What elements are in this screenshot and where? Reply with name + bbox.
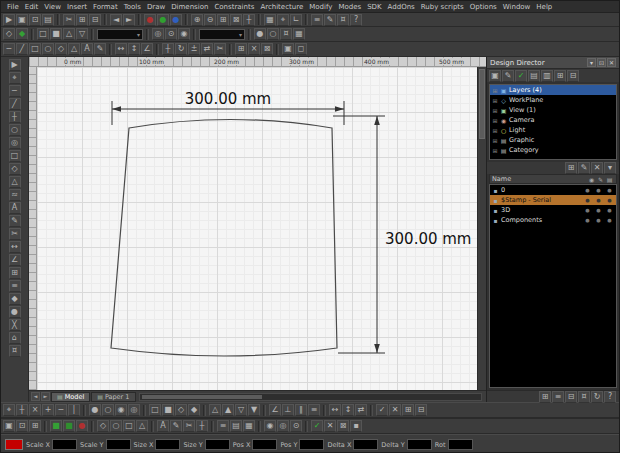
zoom-in-icon[interactable]: ⊕	[191, 14, 203, 26]
mode-cancel-icon[interactable]: ✕	[324, 420, 336, 432]
properties-icon[interactable]: ✎	[324, 14, 336, 26]
array-icon[interactable]: ⊞	[9, 267, 21, 279]
boolean-icon[interactable]: ⊠	[261, 43, 273, 55]
mirror-icon[interactable]: ⇄	[201, 43, 213, 55]
snap-h-icon[interactable]: ─	[55, 404, 67, 416]
menu-view[interactable]: View	[41, 3, 64, 11]
menu-addons[interactable]: AddOns	[385, 3, 418, 11]
mode-ring-icon[interactable]: ◎	[277, 420, 289, 432]
workplane-3pt-icon[interactable]: ◆	[16, 28, 28, 40]
group-icon[interactable]: ▣	[282, 43, 294, 55]
undo-icon[interactable]: ◄	[110, 14, 122, 26]
menu-draw[interactable]: Draw	[144, 3, 168, 11]
dd-refresh-icon[interactable]: ↻	[591, 391, 603, 403]
triangle-icon[interactable]: △	[9, 176, 21, 188]
layer-editable-toggle[interactable]: ●	[594, 197, 603, 203]
tree-item-graphic[interactable]: ⊞▤Graphic	[490, 135, 616, 145]
mode-poly-icon[interactable]: ◇	[97, 420, 109, 432]
tree-item-view-1[interactable]: ⊞▣View (1)	[490, 105, 616, 115]
mode-move-icon[interactable]: ┼	[196, 420, 208, 432]
mode-table-icon[interactable]: ▤	[230, 420, 242, 432]
circle-icon[interactable]: ○	[42, 43, 54, 55]
layer-visible-toggle[interactable]: ●	[583, 187, 592, 193]
paste-icon[interactable]: ⊟	[89, 14, 101, 26]
view-select-dropdown[interactable]: ▾	[97, 29, 143, 40]
field-input-scale-y[interactable]	[106, 439, 131, 450]
tree-item-layers-4[interactable]: ⊞▣Layers (4)	[490, 85, 616, 95]
layer-print-icon[interactable]: ▥	[541, 70, 553, 82]
visible-col-icon[interactable]: ◉	[587, 176, 596, 183]
pen-green-icon[interactable]: ●	[157, 14, 169, 26]
field-input-delta-y[interactable]	[407, 439, 432, 450]
snap-grid-icon[interactable]: ⊞	[402, 404, 414, 416]
snap-add-icon[interactable]: +	[42, 404, 54, 416]
snap-perp-icon[interactable]: ⊥	[282, 404, 294, 416]
snap-node-icon[interactable]: ●	[89, 404, 101, 416]
view-front-icon[interactable]: ■	[50, 28, 62, 40]
menu-modify[interactable]: Modify	[306, 3, 335, 11]
layer-row-3d[interactable]: ▪3D●●●	[490, 205, 616, 215]
select-icon[interactable]: ▶	[3, 14, 15, 26]
snap-tri-dn-fill-icon[interactable]: ▼	[248, 404, 260, 416]
vertical-scrollbar-thumb[interactable]	[479, 69, 485, 139]
orbit-icon[interactable]: ◎	[152, 28, 164, 40]
snap-none-icon[interactable]: ⊟	[415, 404, 427, 416]
mode-ok-icon[interactable]: ✓	[311, 420, 323, 432]
trim-icon[interactable]: ✂	[214, 43, 226, 55]
layer-visibility-icon[interactable]: ▣	[489, 70, 501, 82]
field-input-rot[interactable]	[448, 439, 473, 450]
field-input-pos-x[interactable]	[252, 439, 277, 450]
shadow-icon[interactable]: ▦	[293, 28, 305, 40]
printable-col-icon[interactable]: ▤	[605, 176, 614, 183]
spline-icon[interactable]: ≈	[9, 189, 21, 201]
layer-editable-toggle[interactable]: ●	[594, 207, 603, 213]
save-icon[interactable]: ⊡	[29, 14, 41, 26]
mode-text-icon[interactable]: A	[157, 420, 169, 432]
layers-icon[interactable]: ≡	[9, 280, 21, 292]
mode-circle-icon[interactable]: ○	[110, 420, 122, 432]
design-director-header[interactable]: Design Director ▾⊡✕	[487, 57, 619, 69]
dimension-icon[interactable]: ↔	[9, 241, 21, 253]
camera-icon[interactable]: ◉	[178, 28, 190, 40]
polygon-icon[interactable]: ◇	[55, 43, 67, 55]
mode-green-a-icon[interactable]: ■	[50, 420, 62, 432]
zoom-window-icon[interactable]: ⊞	[217, 14, 229, 26]
mode-list-icon[interactable]: ≡	[217, 420, 229, 432]
snap-ext-v-icon[interactable]: ↕	[342, 404, 354, 416]
tree-item-workplane[interactable]: ⊞◇WorkPlane	[490, 95, 616, 105]
layer-editable-toggle[interactable]: ●	[594, 187, 603, 193]
menu-window[interactable]: Window	[500, 3, 534, 11]
menu-dimension[interactable]: Dimension	[168, 3, 211, 11]
cut-icon[interactable]: ✂	[63, 14, 75, 26]
dd-sort-icon[interactable]: ≡	[552, 391, 564, 403]
snap-center-icon[interactable]: ⌖	[3, 404, 15, 416]
tab-scroll-right-icon[interactable]: ►	[41, 392, 50, 401]
tree-item-category[interactable]: ⊞▤Category	[490, 145, 616, 155]
menu-architecture[interactable]: Architecture	[257, 3, 306, 11]
field-input-size-x[interactable]	[155, 439, 180, 450]
circle-icon[interactable]: ○	[9, 124, 21, 136]
menu-edit[interactable]: Edit	[22, 3, 42, 11]
scale-icon[interactable]: ±	[188, 43, 200, 55]
array-icon[interactable]: ⊞	[235, 43, 247, 55]
text-icon[interactable]: A	[81, 43, 93, 55]
rotate-icon[interactable]: ↻	[175, 43, 187, 55]
copy-icon[interactable]: ⊞	[76, 14, 88, 26]
delete-layer-icon[interactable]: ✕	[591, 162, 603, 174]
zoom-out-icon[interactable]: ⊖	[204, 14, 216, 26]
snap-parallel-icon[interactable]: ∥	[295, 404, 307, 416]
grid-icon[interactable]: ▦	[264, 14, 276, 26]
menu-modes[interactable]: Modes	[335, 3, 364, 11]
mode-target-icon[interactable]: ◉	[264, 420, 276, 432]
crosshair-icon[interactable]: ┼	[9, 111, 21, 123]
tree-expand-icon[interactable]: ⊞	[492, 117, 498, 124]
layer-list-header[interactable]: Name ◉✎▤	[489, 174, 617, 184]
layer-visible-toggle[interactable]: ●	[583, 197, 592, 203]
field-input-pos-y[interactable]	[299, 439, 324, 450]
select-icon[interactable]: ▶	[9, 59, 21, 71]
menu-insert[interactable]: Insert	[64, 3, 90, 11]
move-icon[interactable]: ┼	[162, 43, 174, 55]
new-layer-icon[interactable]: ⊞	[565, 162, 577, 174]
material-icon[interactable]: ●	[254, 28, 266, 40]
snap-target-icon[interactable]: ◉	[115, 404, 127, 416]
